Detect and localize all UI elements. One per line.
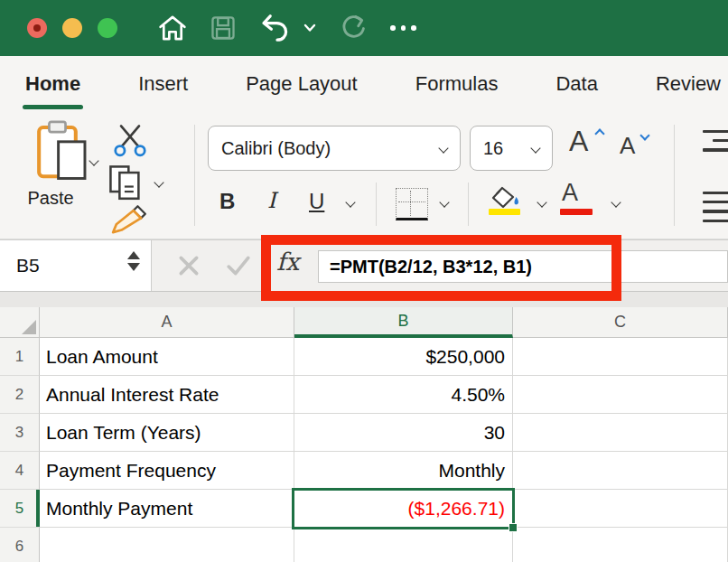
cell-a2[interactable]: Annual Interest Rate (40, 376, 294, 414)
tab-formulas[interactable]: Formulas (415, 72, 499, 96)
cell-c5[interactable] (513, 490, 728, 528)
fill-handle[interactable] (509, 523, 518, 532)
ribbon-separator (468, 183, 469, 226)
more-icon[interactable] (390, 25, 416, 31)
insert-function-button[interactable]: fx (276, 248, 299, 276)
name-box[interactable]: B5 (0, 240, 152, 291)
copy-button[interactable] (107, 163, 145, 204)
undo-icon[interactable] (258, 13, 291, 43)
undo-chevron-icon[interactable] (303, 23, 316, 33)
ribbon-separator (194, 125, 195, 226)
fill-color-button[interactable] (488, 184, 524, 213)
sheet-row-1: 1 Loan Amount $250,000 (0, 338, 728, 376)
copy-chevron-icon[interactable] (154, 177, 163, 187)
row-header-3[interactable]: 3 (0, 414, 40, 452)
formula-text: =PMT(B2/12, B3*12, B1) (330, 257, 532, 277)
row-header-1[interactable]: 1 (0, 338, 40, 376)
shrink-font-letter: A (620, 132, 635, 159)
cell-b4[interactable]: Monthly (294, 452, 513, 490)
font-name-select[interactable]: Calibri (Body) (208, 126, 461, 171)
zoom-button[interactable] (98, 18, 117, 38)
cut-button[interactable] (112, 123, 148, 161)
borders-chevron-icon[interactable] (439, 197, 449, 207)
cell-a1[interactable]: Loan Amount (40, 338, 294, 376)
scissors-icon (112, 145, 148, 160)
paste-button[interactable] (20, 119, 103, 186)
borders-button[interactable] (396, 188, 428, 220)
cancel-icon[interactable] (177, 254, 201, 281)
underline-chevron-icon[interactable] (345, 197, 355, 207)
cell-a6[interactable] (40, 528, 294, 562)
name-box-stepper[interactable] (127, 251, 140, 271)
save-icon[interactable] (210, 14, 237, 42)
underline-button[interactable]: U (309, 189, 324, 214)
copy-icon (107, 188, 145, 203)
fill-color-chevron-icon[interactable] (537, 197, 546, 207)
chevron-down-icon (438, 143, 448, 153)
cell-a4[interactable]: Payment Frequency (40, 452, 294, 490)
formula-input[interactable]: =PMT(B2/12, B3*12, B1) (318, 250, 728, 283)
font-color-chevron-icon[interactable] (611, 197, 621, 207)
tab-home[interactable]: Home (25, 72, 80, 96)
stepper-down-icon[interactable] (127, 263, 140, 271)
row-header-2[interactable]: 2 (0, 376, 40, 414)
chevron-down-icon (530, 143, 540, 153)
redo-icon[interactable] (338, 14, 369, 42)
sheet-row-3: 3 Loan Term (Years) 30 (0, 414, 728, 452)
ribbon-separator (674, 125, 675, 226)
tab-data[interactable]: Data (555, 72, 597, 96)
font-size-select[interactable]: 16 (470, 126, 553, 171)
cell-b1[interactable]: $250,000 (294, 338, 513, 376)
increase-font-button[interactable]: A (569, 125, 588, 158)
format-painter-button[interactable] (110, 204, 148, 239)
ribbon: Paste Calibri (Body) 16 A A B I U (0, 112, 728, 239)
row-header-5[interactable]: 5 (0, 490, 40, 528)
cell-reference: B5 (16, 255, 40, 276)
cell-c3[interactable] (513, 414, 728, 452)
row-header-4[interactable]: 4 (0, 452, 40, 490)
tab-insert[interactable]: Insert (138, 72, 188, 96)
fill-color-swatch (489, 209, 520, 215)
cell-a3[interactable]: Loan Term (Years) (40, 414, 294, 452)
italic-button[interactable]: I (267, 188, 275, 213)
ribbon-separator (376, 183, 377, 226)
traffic-lights (27, 18, 117, 38)
clipboard-icon (33, 170, 89, 185)
spreadsheet-grid: A B C 1 Loan Amount $250,000 2 Annual In… (0, 307, 728, 562)
stepper-up-icon[interactable] (127, 251, 140, 259)
sheet-row-2: 2 Annual Interest Rate 4.50% (0, 376, 728, 414)
cell-a5[interactable]: Monthly Payment (40, 490, 294, 528)
font-size-value: 16 (483, 138, 503, 159)
ribbon-tab-bar: Home Insert Page Layout Formulas Data Re… (0, 56, 728, 112)
cell-b6[interactable] (294, 528, 513, 562)
select-all-corner[interactable] (0, 307, 40, 338)
column-header-b[interactable]: B (294, 307, 513, 338)
row-header-6[interactable]: 6 (0, 528, 40, 562)
column-header-a[interactable]: A (40, 307, 294, 338)
grow-font-letter: A (569, 125, 588, 157)
active-cell-selection-border (292, 488, 515, 529)
align-center-icon[interactable] (703, 130, 728, 152)
formula-bar: B5 fx =PMT(B2/12, B3*12, B1) (0, 239, 728, 292)
home-icon[interactable] (157, 14, 188, 42)
paste-button-label[interactable]: Paste (9, 188, 92, 209)
minimize-button[interactable] (62, 18, 82, 38)
font-name-value: Calibri (Body) (221, 138, 331, 159)
font-color-letter: A (562, 179, 578, 206)
bold-button[interactable]: B (219, 189, 235, 214)
cell-b3[interactable]: 30 (294, 414, 513, 452)
cell-c4[interactable] (513, 452, 728, 490)
cell-c6[interactable] (513, 528, 728, 562)
align-left-icon[interactable] (703, 192, 728, 222)
window-titlebar (0, 0, 728, 56)
cell-c2[interactable] (513, 376, 728, 414)
font-color-button[interactable]: A (562, 179, 578, 207)
cell-b2[interactable]: 4.50% (294, 376, 513, 414)
column-header-c[interactable]: C (513, 307, 728, 338)
decrease-font-button[interactable]: A (620, 132, 635, 160)
tab-page-layout[interactable]: Page Layout (246, 72, 358, 96)
close-button[interactable] (27, 18, 47, 38)
cell-c1[interactable] (513, 338, 728, 376)
enter-icon[interactable] (226, 254, 251, 281)
tab-review[interactable]: Review (656, 72, 721, 96)
